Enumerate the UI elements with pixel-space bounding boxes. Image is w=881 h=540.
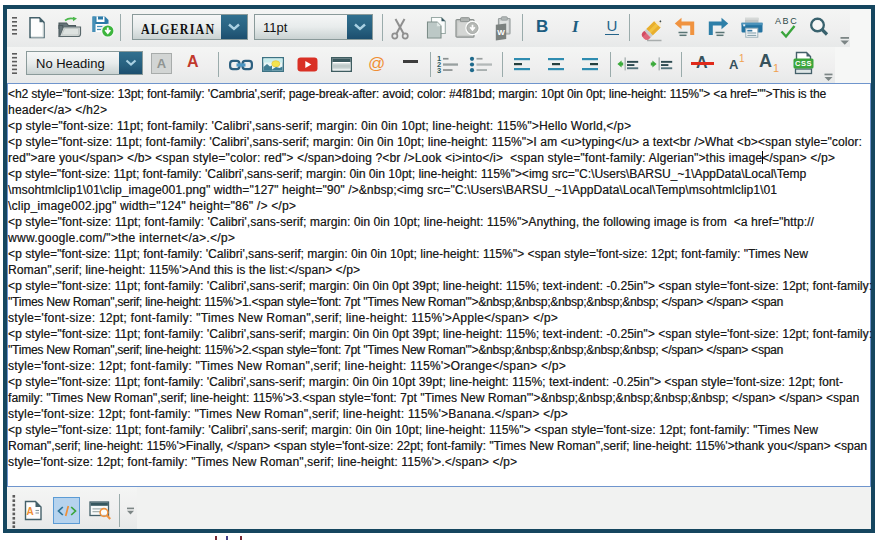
svg-text:A: A — [26, 506, 33, 517]
svg-text:W: W — [497, 28, 505, 37]
svg-text:3: 3 — [437, 66, 441, 74]
svg-text:CSS: CSS — [795, 59, 812, 68]
